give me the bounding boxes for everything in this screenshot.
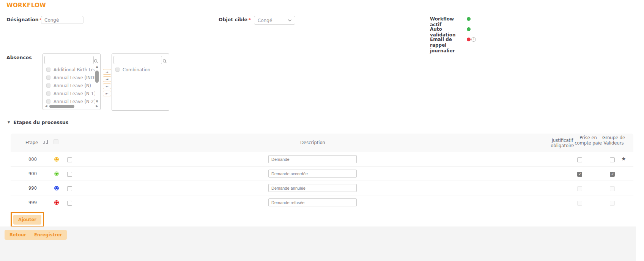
etapes-table: Etape Description Justificatif obligatoi… (11, 134, 633, 209)
prise-en-compte-checkbox (610, 186, 615, 191)
status-dot-green[interactable] (467, 27, 471, 31)
justificatif-checkbox[interactable] (577, 157, 582, 162)
move-right-button[interactable]: → (103, 69, 111, 75)
objet-cible-select[interactable]: Congé (254, 16, 295, 25)
item-checkbox[interactable] (46, 83, 50, 88)
enregistrer-button[interactable]: Enregistrer (29, 230, 67, 240)
list-item[interactable]: Annual Leave (N-1) (43, 90, 94, 97)
etape-code: 900 (28, 171, 37, 176)
selected-items-list: Combination (112, 66, 168, 74)
item-label: Additional Birth Leave ( (54, 67, 94, 72)
item-checkbox[interactable] (46, 99, 50, 104)
available-items-list: Additional Birth Leave ( Annual Leave (I… (43, 66, 94, 105)
designation-input[interactable] (41, 16, 83, 24)
description-input[interactable] (268, 184, 357, 192)
section-divider (5, 127, 636, 127)
move-all-right-button[interactable]: ⇥ (103, 76, 111, 82)
selected-search-input[interactable] (113, 56, 162, 64)
col-header-groupe-valideurs: Groupe de Valideurs (598, 135, 629, 146)
col-header-description: Description (258, 140, 368, 145)
search-icon (162, 58, 167, 65)
row-select-checkbox[interactable] (67, 157, 72, 162)
chevron-down-icon (288, 19, 291, 22)
flag-label: Email de rappel journalier (430, 37, 465, 54)
item-checkbox[interactable] (46, 68, 50, 72)
list-item[interactable]: Additional Birth Leave ( (43, 66, 94, 74)
retour-button[interactable]: Retour (5, 230, 31, 240)
table-row: 990 ★ (11, 181, 633, 195)
move-right-icon: → (105, 70, 109, 74)
objet-cible-label: Objet cible* (219, 17, 251, 22)
table-header-row: Etape Description Justificatif obligatoi… (11, 134, 633, 152)
status-ring-icon (54, 171, 59, 176)
item-label: Annual Leave (N) (54, 83, 91, 88)
vertical-scroll-thumb[interactable] (95, 71, 99, 83)
scroll-up-icon[interactable]: ▲ (94, 65, 99, 68)
absences-label: Absences (6, 55, 32, 60)
justificatif-checkbox (577, 201, 582, 206)
status-dot-red[interactable] (467, 38, 471, 41)
select-all-checkbox[interactable] (54, 139, 58, 144)
flag-label: Auto validation (430, 27, 465, 38)
horizontal-scroll-thumb[interactable] (49, 105, 74, 108)
search-icon (94, 58, 98, 65)
required-asterisk: * (249, 17, 251, 22)
flag-label: Workflow actif (430, 16, 465, 28)
row-select-checkbox[interactable] (67, 172, 72, 177)
move-all-left-icon: ⇤ (105, 92, 109, 96)
etape-code: 990 (28, 186, 37, 191)
footer-band (0, 226, 636, 261)
status-ring-icon (54, 157, 59, 162)
justificatif-checkbox[interactable] (577, 172, 582, 177)
item-label: Annual Leave (INDIAN) (54, 75, 94, 80)
table-row: 900 ★ (11, 166, 633, 181)
page-title: WORKFLOW (6, 2, 46, 9)
vertical-scrollbar[interactable]: ▲ ▼ (94, 65, 99, 103)
row-select-checkbox[interactable] (67, 186, 72, 191)
prise-en-compte-checkbox[interactable] (610, 172, 615, 177)
flag-email-rappel: Email de rappel journalier i (430, 37, 491, 54)
item-checkbox[interactable] (46, 91, 50, 96)
etape-code: 000 (28, 157, 37, 162)
item-checkbox[interactable] (115, 68, 120, 72)
move-left-icon: ← (105, 85, 109, 88)
item-label: Combination (123, 67, 150, 72)
row-select-checkbox[interactable] (67, 201, 72, 206)
col-header-etape: Etape (25, 140, 38, 145)
bar-chart-icon (43, 140, 48, 146)
available-search-input[interactable] (44, 56, 94, 64)
collapse-triangle-icon: ▼ (8, 121, 10, 124)
move-all-left-button[interactable]: ⇤ (103, 91, 111, 96)
scroll-right-icon[interactable]: ▶ (94, 105, 99, 108)
scroll-left-icon[interactable]: ◀ (44, 105, 49, 108)
description-input[interactable] (268, 155, 357, 163)
item-checkbox[interactable] (46, 75, 50, 80)
table-row: 000 ★ (11, 152, 633, 166)
transfer-buttons: → ⇥ ← ⇤ (103, 69, 111, 96)
status-ring-icon (54, 186, 59, 190)
item-label: Annual Leave (N-1) (54, 91, 94, 96)
list-item[interactable]: Combination (112, 66, 168, 74)
workflow-page: WORKFLOW Désignation* Objet cible* Congé… (0, 0, 644, 261)
absences-selected-listbox: Combination (112, 53, 169, 111)
status-dot-green[interactable] (467, 17, 471, 21)
description-input[interactable] (268, 198, 357, 206)
horizontal-scrollbar[interactable]: ◀ ▶ (44, 104, 99, 109)
objet-cible-selected-value: Congé (258, 18, 272, 23)
scroll-down-icon[interactable]: ▼ (94, 100, 99, 103)
section-title: Etapes du processus (13, 119, 68, 125)
table-row: 999 ★ (11, 195, 633, 209)
move-all-right-icon: ⇥ (105, 77, 109, 81)
prise-en-compte-checkbox[interactable] (610, 157, 615, 162)
description-input[interactable] (268, 170, 357, 178)
ajouter-button[interactable]: Ajouter (13, 215, 41, 225)
list-item[interactable]: Annual Leave (N) (43, 82, 94, 90)
list-item[interactable]: Annual Leave (INDIAN) (43, 74, 94, 82)
designation-label: Désignation* (6, 17, 42, 22)
move-left-button[interactable]: ← (103, 83, 111, 89)
flag-auto-validation: Auto validation (430, 27, 491, 38)
prise-en-compte-checkbox (610, 201, 615, 206)
info-icon[interactable]: i (471, 37, 476, 42)
groupe-valideurs-star-icon[interactable]: ★ (621, 156, 626, 162)
etapes-section-toggle[interactable]: ▼ Etapes du processus (8, 119, 68, 125)
